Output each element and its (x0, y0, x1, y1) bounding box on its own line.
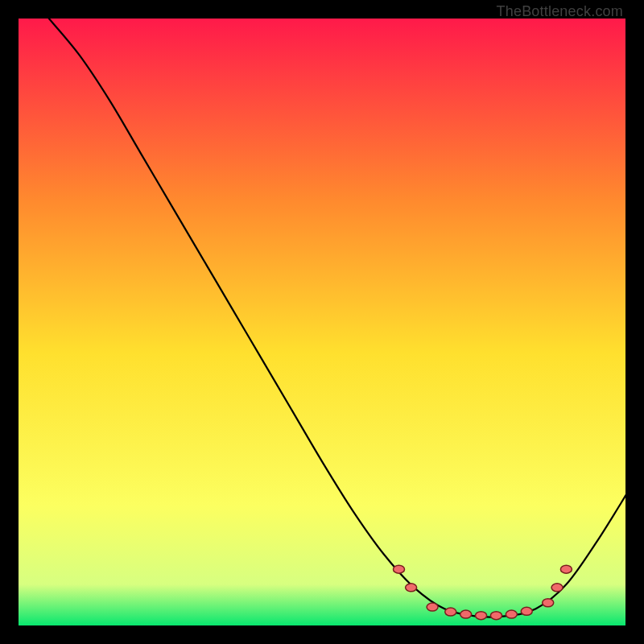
data-marker (551, 584, 563, 592)
data-marker (560, 565, 572, 573)
data-marker (394, 565, 405, 573)
data-marker (427, 603, 438, 611)
data-marker (460, 610, 472, 618)
data-marker (506, 610, 517, 618)
data-marker (521, 607, 532, 615)
data-marker (445, 608, 456, 616)
chart-svg (19, 19, 626, 626)
data-marker (406, 584, 417, 592)
plot-area (18, 18, 626, 626)
data-marker (490, 612, 502, 620)
gradient-background (19, 19, 626, 626)
data-marker (543, 599, 554, 607)
chart-frame: TheBottleneck.com (0, 0, 644, 644)
data-marker (476, 612, 487, 620)
